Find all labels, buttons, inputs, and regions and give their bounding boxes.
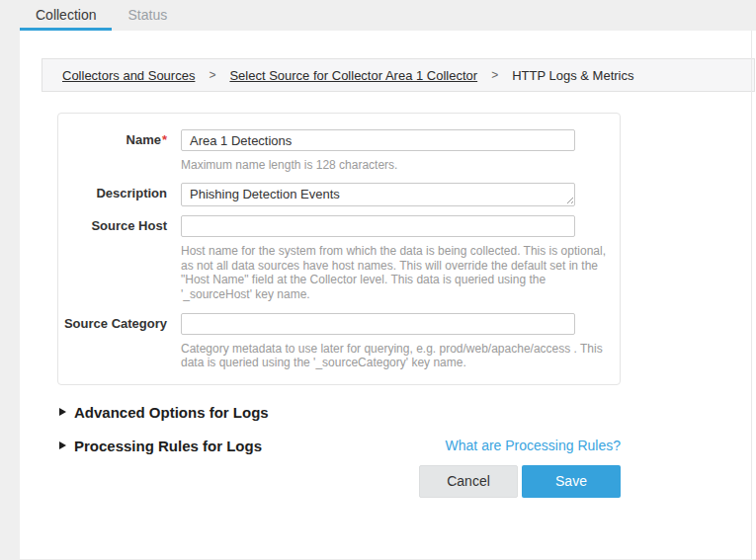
advanced-options-section-toggle[interactable]: Advanced Options for Logs xyxy=(57,404,621,421)
breadcrumb-collectors-and-sources[interactable]: Collectors and Sources xyxy=(62,68,195,83)
source-category-label: Source Category xyxy=(58,313,167,335)
source-host-label: Source Host xyxy=(58,215,167,237)
tab-collection[interactable]: Collection xyxy=(20,0,112,31)
processing-rules-section-toggle[interactable]: Processing Rules for Logs xyxy=(57,438,262,454)
tab-status[interactable]: Status xyxy=(112,0,183,31)
advanced-options-title: Advanced Options for Logs xyxy=(74,404,269,421)
breadcrumb-select-source[interactable]: Select Source for Collector Area 1 Colle… xyxy=(229,68,477,83)
source-config-form: Name* Maximum name length is 128 charact… xyxy=(57,113,621,385)
tab-bar: Collection Status xyxy=(0,0,756,31)
breadcrumb-current-page: HTTP Logs & Metrics xyxy=(512,68,633,83)
breadcrumb: Collectors and Sources > Select Source f… xyxy=(42,58,755,92)
source-host-row: Source Host xyxy=(58,215,620,237)
source-category-row: Source Category xyxy=(58,313,620,335)
source-category-help-text: Category metadata to use later for query… xyxy=(181,342,606,370)
content-area: Collectors and Sources > Select Source f… xyxy=(20,31,756,560)
name-input[interactable] xyxy=(181,129,575,151)
processing-rules-title: Processing Rules for Logs xyxy=(74,438,262,454)
processing-rules-section-row: Processing Rules for Logs What are Proce… xyxy=(57,438,621,454)
description-row: Description xyxy=(58,183,620,206)
source-host-help-text: Host name for the system from which the … xyxy=(181,244,606,301)
what-are-processing-rules-link[interactable]: What are Processing Rules? xyxy=(446,438,621,453)
description-input[interactable] xyxy=(181,183,575,206)
form-actions: Cancel Save xyxy=(57,465,621,498)
name-row: Name* xyxy=(58,129,620,151)
breadcrumb-separator: > xyxy=(491,68,498,82)
save-button[interactable]: Save xyxy=(522,465,621,498)
source-category-input[interactable] xyxy=(181,313,575,335)
name-label: Name* xyxy=(58,129,167,151)
required-asterisk: * xyxy=(162,132,167,147)
caret-right-icon xyxy=(59,441,66,449)
breadcrumb-separator: > xyxy=(209,68,215,82)
caret-right-icon xyxy=(59,408,66,416)
cancel-button[interactable]: Cancel xyxy=(419,465,518,498)
collapsible-sections: Advanced Options for Logs Processing Rul… xyxy=(57,404,621,454)
source-host-input[interactable] xyxy=(181,215,575,237)
name-help-text: Maximum name length is 128 characters. xyxy=(181,158,606,172)
name-label-text: Name xyxy=(126,132,161,147)
content-right-divider xyxy=(751,31,752,559)
description-label: Description xyxy=(58,183,167,206)
